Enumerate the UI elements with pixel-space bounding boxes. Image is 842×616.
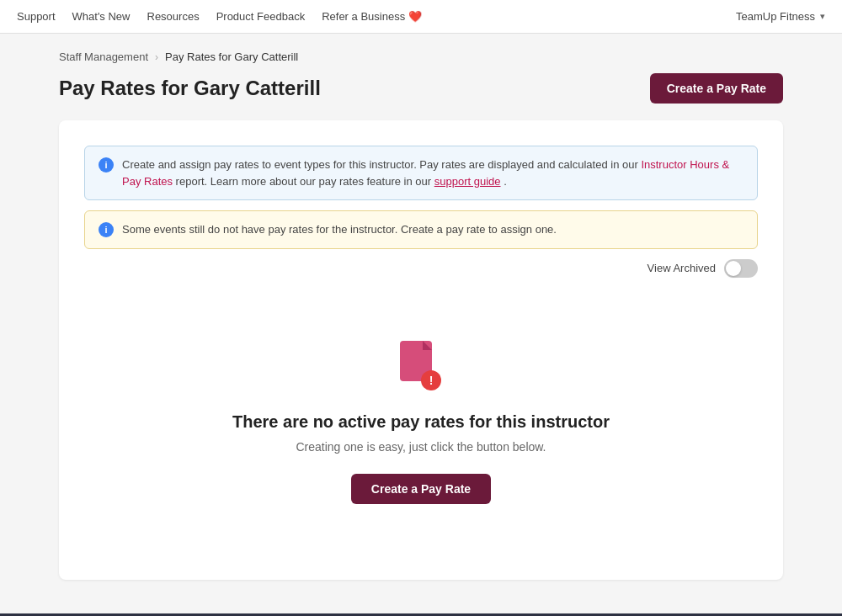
support-guide-link[interactable]: support guide [434,175,501,188]
page-header: Pay Rates for Gary Catterill Create a Pa… [59,73,783,104]
info-icon-2: i [99,222,114,237]
nav-product-feedback[interactable]: Product Feedback [216,10,306,23]
nav-resources[interactable]: Resources [147,10,200,23]
breadcrumb-current: Pay Rates for Gary Catterill [165,50,298,63]
main-card: i Create and assign pay rates to event t… [59,120,783,580]
heart-icon: ❤️ [408,10,422,23]
user-menu[interactable]: TeamUp Fitness ▾ [736,10,825,23]
svg-text:!: ! [429,374,434,387]
info-icon-1: i [99,157,114,173]
empty-state-subtitle: Creating one is easy, just click the but… [296,440,546,454]
info-text-1: Create and assign pay rates to event typ… [122,157,743,189]
chevron-down-icon: ▾ [820,11,825,22]
view-archived-toggle[interactable] [724,259,758,278]
top-nav-links: Support What's New Resources Product Fee… [17,10,422,23]
create-pay-rate-button-center[interactable]: Create a Pay Rate [351,474,491,504]
view-archived-row: View Archived [84,259,758,278]
nav-whats-new[interactable]: What's New [72,10,131,23]
view-archived-label: View Archived [647,262,716,274]
empty-state-icon: ! [396,337,446,396]
empty-state: ! There are no active pay rates for this… [84,303,758,555]
empty-state-title: There are no active pay rates for this i… [232,412,610,432]
info-text-2: Some events still do not have pay rates … [122,221,557,238]
nav-refer[interactable]: Refer a Business ❤️ [322,10,422,23]
create-pay-rate-button-top[interactable]: Create a Pay Rate [650,73,783,104]
nav-support[interactable]: Support [17,10,56,23]
breadcrumb-separator: › [155,51,158,63]
main-content: Staff Management › Pay Rates for Gary Ca… [42,34,800,613]
info-box-2: i Some events still do not have pay rate… [84,210,758,249]
breadcrumb: Staff Management › Pay Rates for Gary Ca… [59,50,783,63]
top-nav: Support What's New Resources Product Fee… [0,0,842,34]
page-title: Pay Rates for Gary Catterill [59,77,321,100]
breadcrumb-parent[interactable]: Staff Management [59,50,148,63]
user-name: TeamUp Fitness [736,10,815,23]
footer: About TeamUp The Company Twitter Faceboo… [0,613,842,617]
info-box-1: i Create and assign pay rates to event t… [84,146,758,200]
